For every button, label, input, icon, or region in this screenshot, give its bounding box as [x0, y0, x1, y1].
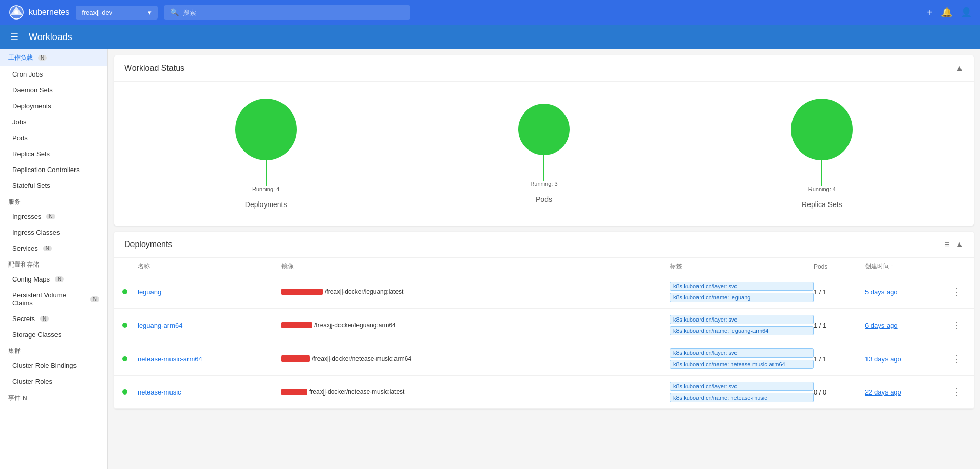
svg-point-2	[14, 10, 18, 14]
replica-sets-circle-wrap: Running: 4	[791, 99, 853, 194]
more-menu-netease[interactable]: ⋮	[947, 386, 966, 398]
tag-layer-netease: k8s.kuboard.cn/layer: svc	[670, 382, 814, 391]
deployments-card-title: Deployments	[124, 240, 172, 249]
tags-cell-leguang: k8s.kuboard.cn/layer: svc k8s.kuboard.cn…	[670, 282, 814, 302]
tags-cell-netease: k8s.kuboard.cn/layer: svc k8s.kuboard.cn…	[670, 382, 814, 402]
created-time-leguang-arm64[interactable]: 6 days ago	[865, 322, 947, 329]
user-avatar[interactable]: 👤	[960, 7, 972, 18]
storage-classes-label: Storage Classes	[12, 331, 61, 339]
redacted-image-netease-arm64	[281, 355, 310, 362]
sidebar-item-pods[interactable]: Pods	[0, 130, 107, 146]
table-row: leguang /freaxjj-docker/leguang:latest k…	[114, 275, 974, 309]
workloads-badge: N	[38, 55, 47, 61]
hamburger-menu-icon[interactable]: ☰	[10, 31, 18, 43]
replication-controllers-label: Replication Controllers	[12, 166, 80, 174]
search-icon: 🔍	[170, 8, 179, 16]
search-input[interactable]	[183, 9, 404, 16]
sidebar-workloads-header[interactable]: 工作负载 N	[0, 49, 107, 66]
nav-icons: + 🔔 👤	[927, 7, 972, 18]
sort-arrow-icon: ↑	[891, 264, 893, 269]
sidebar-item-ingress-classes[interactable]: Ingress Classes	[0, 224, 107, 240]
more-menu-leguang[interactable]: ⋮	[947, 286, 966, 297]
sidebar-item-storage-classes[interactable]: Storage Classes	[0, 327, 107, 343]
services-badge: N	[43, 246, 52, 251]
sidebar-item-daemon-sets[interactable]: Daemon Sets	[0, 82, 107, 98]
created-time-netease[interactable]: 22 days ago	[865, 388, 947, 396]
deployment-name-netease-arm64[interactable]: netease-music-arm64	[138, 355, 281, 363]
sidebar-item-services[interactable]: Services N	[0, 240, 107, 256]
search-bar: 🔍	[164, 5, 410, 20]
services-label: Services	[12, 245, 38, 252]
deployment-name-netease[interactable]: netease-music	[138, 388, 281, 396]
tag-name-netease-arm64: k8s.kuboard.cn/name: netease-music-arm64	[670, 360, 814, 369]
sidebar-item-config-maps[interactable]: Config Maps N	[0, 271, 107, 287]
sidebar-item-replica-sets[interactable]: Replica Sets	[0, 146, 107, 162]
replica-sets-circle	[791, 99, 853, 160]
kubernetes-logo-icon	[8, 4, 25, 21]
tag-name-leguang-arm64: k8s.kuboard.cn/name: leguang-arm64	[670, 326, 814, 335]
sidebar-item-ingresses[interactable]: Ingresses N	[0, 209, 107, 224]
created-time-leguang[interactable]: 5 days ago	[865, 288, 947, 296]
sidebar-item-deployments[interactable]: Deployments	[0, 98, 107, 114]
tags-cell-netease-arm64: k8s.kuboard.cn/layer: svc k8s.kuboard.cn…	[670, 348, 814, 369]
sidebar-item-stateful-sets[interactable]: Stateful Sets	[0, 178, 107, 194]
secrets-label: Secrets	[12, 315, 35, 323]
table-row: netease-music-arm64 /freaxjj-docker/nete…	[114, 342, 974, 376]
filter-icon[interactable]: ≡	[945, 240, 949, 249]
pods-name: Pods	[536, 195, 552, 203]
workload-pods-item: Running: 3 Pods	[518, 104, 570, 203]
pods-circle-wrap: Running: 3	[518, 104, 570, 189]
col-tags: 标签	[670, 262, 814, 271]
config-section-header: 配置和存储	[0, 256, 107, 271]
deployments-circle-wrap: Running: 4	[235, 99, 297, 194]
created-time-netease-arm64[interactable]: 13 days ago	[865, 355, 947, 363]
workload-status-title: Workload Status	[124, 64, 184, 73]
redacted-image-netease	[281, 389, 307, 395]
sidebar-item-pvc[interactable]: Persistent Volume Claims N	[0, 287, 107, 311]
config-maps-badge: N	[55, 276, 64, 282]
deployment-name-leguang[interactable]: leguang	[138, 288, 281, 296]
deployments-line	[266, 160, 267, 186]
pods-circle	[518, 104, 570, 155]
deployment-name-leguang-arm64[interactable]: leguang-arm64	[138, 322, 281, 329]
sidebar-item-jobs[interactable]: Jobs	[0, 114, 107, 130]
dropdown-arrow-icon: ▾	[148, 9, 152, 16]
col-created[interactable]: 创建时间 ↑	[865, 262, 947, 271]
sidebar-item-secrets[interactable]: Secrets N	[0, 311, 107, 327]
image-suffix-leguang-arm64: /freaxjj-docker/leguang:arm64	[314, 322, 396, 329]
jobs-label: Jobs	[12, 118, 26, 126]
collapse-icon[interactable]: ▲	[955, 64, 964, 73]
row-status-netease	[122, 389, 138, 395]
section-bar: ☰ Workloads	[0, 25, 980, 49]
namespace-dropdown[interactable]: freaxjj-dev ▾	[76, 6, 158, 20]
deployments-collapse-icon[interactable]: ▲	[955, 240, 964, 249]
cron-jobs-label: Cron Jobs	[12, 70, 43, 78]
more-menu-netease-arm64[interactable]: ⋮	[947, 353, 966, 364]
table-row: leguang-arm64 /freaxjj-docker/leguang:ar…	[114, 309, 974, 342]
redacted-image-leguang	[281, 289, 323, 295]
section-title: Workloads	[29, 32, 72, 43]
sidebar-item-cluster-role-bindings[interactable]: Cluster Role Bindings	[0, 358, 107, 373]
workload-deployments-item: Running: 4 Deployments	[235, 99, 297, 209]
status-dot	[122, 323, 127, 328]
pods-line	[543, 155, 544, 181]
top-nav: kubernetes freaxjj-dev ▾ 🔍 + 🔔 👤	[0, 0, 980, 25]
workload-status-content: Running: 4 Deployments Running: 3 Pods	[114, 82, 974, 226]
tag-name-netease: k8s.kuboard.cn/name: netease-music	[670, 393, 814, 402]
more-menu-leguang-arm64[interactable]: ⋮	[947, 320, 966, 331]
col-pods: Pods	[814, 263, 865, 270]
tags-cell-leguang-arm64: k8s.kuboard.cn/layer: svc k8s.kuboard.cn…	[670, 315, 814, 335]
col-name: 名称	[138, 262, 281, 271]
image-cell-leguang-arm64: /freaxjj-docker/leguang:arm64	[281, 322, 670, 329]
bell-icon[interactable]: 🔔	[941, 7, 952, 18]
logo: kubernetes	[8, 4, 69, 21]
sidebar-item-replication-controllers[interactable]: Replication Controllers	[0, 162, 107, 178]
replica-sets-line	[821, 160, 822, 186]
ingress-classes-label: Ingress Classes	[12, 229, 60, 236]
secrets-badge: N	[40, 316, 49, 322]
redacted-image-leguang-arm64	[281, 322, 312, 328]
stateful-sets-label: Stateful Sets	[12, 182, 50, 190]
sidebar-item-cron-jobs[interactable]: Cron Jobs	[0, 66, 107, 82]
add-button[interactable]: +	[927, 7, 933, 18]
sidebar-item-cluster-roles[interactable]: Cluster Roles	[0, 373, 107, 389]
